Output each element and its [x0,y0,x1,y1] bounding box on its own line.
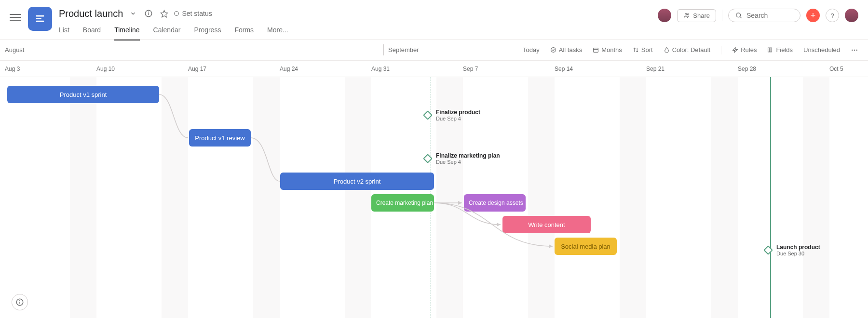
milestone-title: Finalize marketing plan [436,152,500,159]
search-input[interactable] [746,12,790,19]
svg-point-8 [688,13,689,15]
task-bar-mktplan[interactable]: Create marketing plan [371,194,434,212]
menu-toggle[interactable] [10,12,21,23]
droplet-icon [664,47,670,53]
app-header: Product launch Set status List Board Tim… [0,0,868,40]
svg-point-18 [854,49,855,50]
date-tick: Aug 31 [371,66,390,72]
check-circle-icon [550,47,556,53]
date-tick: Sep 7 [463,66,478,72]
tab-forms[interactable]: Forms [234,26,254,40]
svg-point-11 [551,48,556,53]
milestone-due: Due Sep 30 [776,251,820,256]
task-bar-write[interactable]: Write content [502,216,591,233]
search-icon [735,12,743,19]
set-status[interactable]: Set status [174,10,212,17]
share-button[interactable]: Share [677,9,716,22]
weekend-shade [70,77,96,318]
svg-point-25 [20,301,20,301]
board-icon [35,13,45,24]
project-icon[interactable] [28,7,52,31]
rules-button[interactable]: Rules [732,46,757,53]
marker-solid [770,77,771,318]
svg-point-9 [736,13,741,17]
tab-more[interactable]: More... [267,26,288,40]
status-dot-icon [174,11,179,16]
project-title[interactable]: Product launch [59,8,123,19]
diamond-icon [763,245,773,255]
zoom-select[interactable]: Months [593,46,622,53]
date-tick: Aug 10 [96,66,115,72]
info-float-button[interactable] [12,294,28,310]
svg-point-7 [685,13,687,15]
weekend-shade [345,77,371,318]
all-tasks-filter[interactable]: All tasks [550,46,582,53]
color-button[interactable]: Color: Default [664,46,710,53]
help-button[interactable]: ? [826,9,839,22]
date-tick: Sep 14 [555,66,573,72]
sort-icon [633,47,639,53]
unscheduled-button[interactable]: Unscheduled [803,46,840,53]
svg-rect-0 [36,15,44,17]
task-bar-design[interactable]: Create design assets [464,194,526,212]
tab-timeline[interactable]: Timeline [114,26,139,40]
month-august: August [5,46,24,53]
weekend-shade [620,77,646,318]
milestone-finalize-product[interactable]: Finalize product Due Sep 4 [424,109,480,121]
timeline-canvas[interactable]: Product v1 sprint Product v1 review Prod… [0,77,868,318]
star-icon[interactable] [159,8,169,19]
task-bar-v1review[interactable]: Product v1 review [189,129,251,147]
tab-list[interactable]: List [59,26,69,40]
task-bar-social[interactable]: Social media plan [555,238,617,255]
tab-progress[interactable]: Progress [194,26,221,40]
header-right: Share + ? [658,9,858,22]
today-button[interactable]: Today [523,46,540,53]
weekend-shade [528,77,555,318]
more-options[interactable] [851,46,858,54]
milestone-due: Due Sep 4 [436,159,500,165]
date-axis: Aug 3 Aug 10 Aug 17 Aug 24 Aug 31 Sep 7 … [0,61,868,77]
weekend-shade [162,77,188,318]
weekend-shade [711,77,738,318]
member-avatar[interactable] [658,9,671,22]
people-icon [683,12,690,19]
task-bar-v2sprint[interactable]: Product v2 sprint [280,173,434,190]
svg-marker-6 [161,10,167,17]
svg-rect-16 [770,48,772,52]
timeline-toolbar: August September Today All tasks Months … [0,40,868,61]
diamond-icon [423,110,433,120]
date-tick: Aug 24 [280,66,298,72]
svg-rect-1 [36,18,41,19]
diamond-icon [423,154,433,163]
date-tick: Sep 21 [646,66,665,72]
tab-board[interactable]: Board [83,26,101,40]
svg-marker-14 [733,47,738,53]
ellipsis-icon [851,46,858,54]
svg-line-10 [740,16,741,18]
info-icon [15,298,24,307]
divider [722,10,722,21]
milestone-launch[interactable]: Launch product Due Sep 30 [765,244,820,256]
month-september: September [388,46,419,53]
info-icon[interactable] [143,8,154,19]
task-bar-v1sprint[interactable]: Product v1 sprint [7,86,159,103]
month-divider [383,44,384,55]
project-tabs: List Board Timeline Calendar Progress Fo… [59,26,651,40]
svg-point-19 [856,49,857,50]
milestone-finalize-marketing[interactable]: Finalize marketing plan Due Sep 4 [424,152,500,165]
chevron-down-icon[interactable] [128,8,138,19]
sort-button[interactable]: Sort [633,46,653,53]
add-button[interactable]: + [806,9,820,22]
milestone-title: Finalize product [436,109,480,116]
fields-button[interactable]: Fields [767,46,793,53]
milestone-title: Launch product [776,244,820,251]
search-box[interactable] [728,9,800,22]
milestone-due: Due Sep 4 [436,116,480,121]
date-tick: Oct 5 [829,66,843,72]
tab-calendar[interactable]: Calendar [153,26,181,40]
share-label: Share [693,12,710,19]
svg-rect-15 [768,48,770,52]
user-avatar[interactable] [845,9,858,22]
status-label: Set status [182,10,212,17]
date-tick: Aug 3 [5,66,20,72]
